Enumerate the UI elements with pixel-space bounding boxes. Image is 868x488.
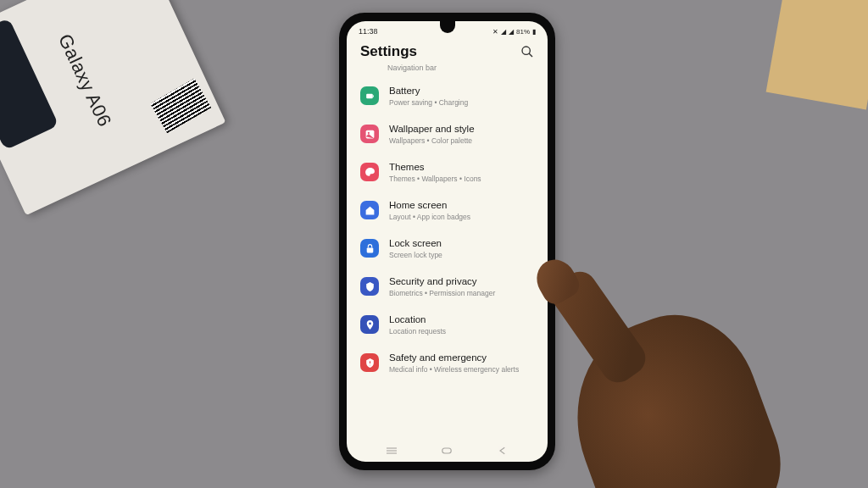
box-phone-image (0, 18, 58, 150)
svg-rect-6 (366, 247, 373, 252)
item-title: Battery (389, 85, 534, 97)
signal-icon: ◢ (509, 28, 514, 36)
item-subtitle: Screen lock type (389, 251, 534, 260)
svg-rect-2 (366, 94, 373, 98)
svg-point-0 (522, 47, 530, 54)
item-subtitle: Layout • App icon badges (389, 213, 534, 222)
item-subtitle: Power saving • Charging (389, 98, 534, 108)
navigation-bar (347, 438, 548, 462)
svg-rect-3 (372, 95, 373, 97)
page-title: Settings (360, 43, 417, 60)
vibrate-icon: ✕ (492, 28, 498, 36)
wooden-prop (766, 0, 868, 109)
settings-list[interactable]: Battery Power saving • Charging Wallpape… (347, 72, 548, 438)
lock-icon (360, 239, 379, 258)
svg-point-7 (369, 322, 371, 324)
settings-item-wallpaper[interactable]: Wallpaper and style Wallpapers • Color p… (347, 115, 548, 153)
battery-percent: 81% (516, 28, 530, 36)
item-title: Security and privacy (389, 275, 534, 288)
wallpaper-icon (360, 125, 379, 143)
previous-section-label: Navigation bar (347, 64, 548, 72)
svg-line-1 (529, 53, 532, 57)
phone-screen: 11:38 ✕ ◢ ◢ 81% ▮ Settings Navigation ba… (347, 21, 548, 462)
home-button[interactable] (439, 445, 454, 457)
settings-item-security[interactable]: Security and privacy Biometrics • Permis… (347, 268, 548, 306)
location-pin-icon (360, 315, 379, 334)
item-title: Themes (389, 161, 534, 174)
svg-point-5 (367, 132, 369, 134)
settings-item-home-screen[interactable]: Home screen Layout • App icon badges (347, 191, 548, 230)
recents-button[interactable] (384, 445, 399, 457)
item-title: Wallpaper and style (389, 123, 534, 136)
settings-item-battery[interactable]: Battery Power saving • Charging (347, 77, 548, 115)
box-product-name: Galaxy A06 (53, 30, 115, 130)
settings-item-themes[interactable]: Themes Themes • Wallpapers • Icons (347, 153, 548, 191)
battery-icon (360, 86, 379, 105)
product-box-prop: Galaxy A06 (0, 0, 225, 215)
home-icon (360, 201, 379, 219)
item-title: Home screen (389, 199, 534, 212)
settings-item-safety[interactable]: Safety and emergency Medical info • Wire… (347, 344, 548, 382)
back-button[interactable] (495, 445, 510, 457)
item-subtitle: Wallpapers • Color palette (389, 136, 534, 146)
settings-item-lock-screen[interactable]: Lock screen Screen lock type (347, 230, 548, 268)
barcode (150, 79, 211, 134)
item-subtitle: Medical info • Wireless emergency alerts (389, 365, 534, 374)
search-icon[interactable] (520, 45, 534, 58)
status-indicators: ✕ ◢ ◢ 81% ▮ (492, 28, 536, 36)
item-title: Safety and emergency (389, 352, 534, 364)
safety-icon (360, 353, 379, 372)
item-subtitle: Biometrics • Permission manager (389, 289, 534, 298)
battery-icon: ▮ (532, 28, 536, 36)
status-time: 11:38 (359, 27, 378, 36)
themes-icon (360, 163, 379, 181)
wifi-icon: ◢ (501, 28, 506, 36)
shield-icon (360, 277, 379, 296)
item-title: Lock screen (389, 237, 534, 250)
svg-rect-11 (442, 448, 452, 453)
item-subtitle: Location requests (389, 327, 534, 336)
item-title: Location (389, 313, 534, 326)
phone-device: 11:38 ✕ ◢ ◢ 81% ▮ Settings Navigation ba… (339, 13, 555, 470)
item-subtitle: Themes • Wallpapers • Icons (389, 175, 534, 184)
settings-header: Settings (347, 38, 548, 64)
settings-item-location[interactable]: Location Location requests (347, 306, 548, 344)
